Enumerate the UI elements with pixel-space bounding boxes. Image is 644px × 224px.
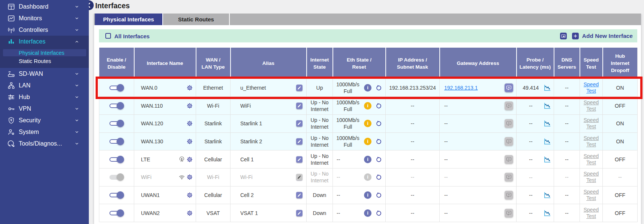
enable-disable-toggle[interactable]	[109, 173, 124, 181]
column-header[interactable]: Enable / Disable	[99, 48, 134, 79]
gateway-message-button[interactable]	[505, 83, 513, 92]
settings-gear-icon[interactable]	[186, 210, 193, 216]
column-header[interactable]: IP Address / Subnet Mask	[386, 48, 440, 79]
sidebar-item-hub[interactable]: Hub	[0, 91, 89, 103]
reset-icon[interactable]	[375, 156, 382, 163]
add-interface-button[interactable]	[572, 33, 579, 39]
column-header[interactable]: Eth State / Reset	[333, 48, 386, 79]
info-icon[interactable]	[364, 191, 371, 199]
edit-alias-button[interactable]	[296, 156, 303, 162]
sidebar-item-sd-wan[interactable]: SD-WAN	[0, 68, 89, 80]
probe-latency-value: --	[521, 156, 541, 162]
reset-icon[interactable]	[375, 120, 382, 127]
sidebar-item-dashboard[interactable]: Dashboard	[0, 1, 89, 12]
column-header[interactable]: Gateway Address	[440, 48, 517, 79]
gateway-message-button[interactable]	[505, 173, 513, 182]
enable-disable-toggle[interactable]	[109, 84, 124, 92]
tab-physical-interfaces[interactable]: Physical Interfaces	[95, 14, 163, 25]
sidebar-subitem-physical-interfaces[interactable]: Physical Interfaces	[3, 49, 86, 56]
settings-gear-icon[interactable]	[186, 102, 193, 109]
speed-test-link[interactable]: Speed Test	[580, 117, 602, 130]
enable-disable-toggle[interactable]	[109, 209, 124, 217]
edit-alias-button[interactable]	[296, 210, 303, 216]
reset-icon[interactable]	[375, 191, 382, 198]
gateway-message-button[interactable]	[505, 119, 513, 128]
settings-gear-icon[interactable]	[186, 138, 193, 145]
sidebar-item-lan[interactable]: LAN	[0, 80, 89, 91]
enable-disable-toggle[interactable]	[109, 138, 124, 145]
info-icon[interactable]	[364, 138, 371, 145]
sidebar-item-controllers[interactable]: Controllers	[0, 24, 89, 36]
edit-alias-button[interactable]	[296, 174, 303, 180]
settings-gear-icon[interactable]	[186, 192, 193, 198]
info-icon[interactable]	[364, 84, 371, 92]
all-interfaces-checkbox[interactable]	[105, 33, 111, 39]
info-icon[interactable]	[364, 209, 371, 217]
gateway-message-button[interactable]	[505, 155, 513, 164]
settings-gear-icon[interactable]	[186, 174, 193, 180]
column-header[interactable]: Internet State	[307, 48, 333, 79]
column-header[interactable]: Speed Test	[580, 48, 603, 79]
gateway-message-button[interactable]	[505, 101, 513, 110]
reset-icon[interactable]	[375, 84, 382, 91]
speed-test-link[interactable]: Speed Test	[580, 135, 602, 148]
reset-icon[interactable]	[375, 209, 382, 216]
sidebar-item-security[interactable]: Security	[0, 114, 89, 126]
sidebar-item-tools-diagnos[interactable]: Tools/Diagnos...	[0, 138, 89, 149]
reset-icon[interactable]	[375, 138, 382, 145]
hub-internet-dropoff-value: ON	[616, 138, 624, 144]
edit-alias-button[interactable]	[296, 138, 303, 144]
gateway-address-link[interactable]: 192.168.213.1	[444, 85, 478, 91]
add-new-interface-label[interactable]: Add New Interface	[582, 33, 633, 39]
edit-alias-button[interactable]	[296, 192, 303, 198]
settings-gear-icon[interactable]	[186, 84, 193, 91]
tab-static-routes[interactable]: Static Routes	[163, 14, 230, 25]
settings-gear-icon[interactable]	[186, 120, 193, 127]
info-icon[interactable]	[364, 173, 371, 181]
column-header[interactable]: Alias	[231, 48, 307, 79]
latency-chart-icon[interactable]	[543, 84, 551, 92]
enable-disable-toggle[interactable]	[109, 102, 124, 110]
speed-test-link[interactable]: Speed Test	[580, 189, 602, 201]
sidebar-item-vpn[interactable]: VPN	[0, 103, 89, 114]
speed-test-link[interactable]: Speed Test	[580, 171, 602, 183]
sidebar-item-monitors[interactable]: Monitors	[0, 12, 89, 24]
column-header[interactable]: Probe / Latency (ms)	[517, 48, 554, 79]
reset-icon[interactable]	[375, 174, 382, 181]
interface-name: WAN.130	[141, 138, 163, 144]
wan-lan-type: VSAT	[207, 210, 220, 216]
speed-test-link[interactable]: Speed Test	[580, 207, 602, 219]
info-icon[interactable]	[364, 102, 371, 110]
enable-disable-toggle[interactable]	[109, 191, 124, 199]
latency-chart-icon[interactable]	[543, 209, 551, 217]
latency-chart-icon[interactable]	[543, 155, 551, 164]
column-header[interactable]: Hub Internet Dropoff	[603, 48, 638, 79]
window-view-button[interactable]	[560, 33, 567, 39]
alias-value: Starlink 1	[240, 120, 262, 126]
column-header[interactable]: DNS Servers	[554, 48, 580, 79]
edit-alias-button[interactable]	[296, 120, 303, 127]
speed-test-link[interactable]: Speed Test	[580, 81, 602, 94]
sidebar-item-interfaces[interactable]: Interfaces	[0, 36, 89, 47]
sidebar-item-system[interactable]: System	[0, 126, 89, 138]
enable-disable-toggle[interactable]	[109, 120, 124, 127]
gateway-message-button[interactable]	[505, 191, 513, 199]
enable-disable-toggle[interactable]	[109, 156, 124, 163]
column-header[interactable]: WAN / LAN Type	[196, 48, 231, 79]
gateway-message-button[interactable]	[505, 209, 513, 217]
latency-chart-icon[interactable]	[543, 191, 551, 199]
latency-chart-icon[interactable]	[543, 102, 551, 110]
edit-alias-button[interactable]	[296, 84, 303, 91]
settings-gear-icon[interactable]	[186, 156, 193, 163]
reset-icon[interactable]	[375, 102, 382, 109]
info-icon[interactable]	[364, 156, 371, 163]
info-icon[interactable]	[364, 120, 371, 127]
latency-chart-icon[interactable]	[543, 137, 551, 146]
column-header[interactable]: Interface Name	[134, 48, 196, 79]
edit-alias-button[interactable]	[296, 102, 303, 109]
latency-chart-icon[interactable]	[543, 119, 551, 128]
gateway-message-button[interactable]	[505, 137, 513, 146]
sidebar-subitem-static-routes[interactable]: Static Routes	[3, 57, 86, 65]
speed-test-link[interactable]: Speed Test	[580, 153, 602, 166]
speed-test-link[interactable]: Speed Test	[580, 99, 602, 112]
